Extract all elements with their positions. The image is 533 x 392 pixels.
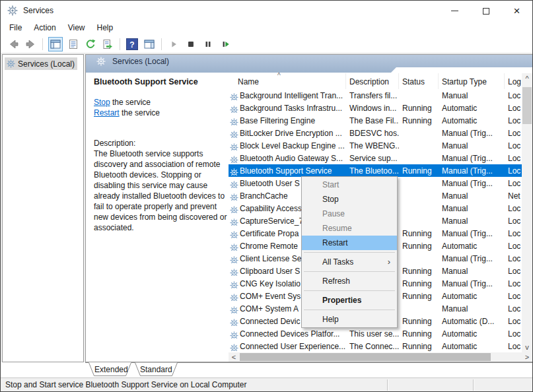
column-header-startup-type[interactable]: Startup Type xyxy=(439,73,505,89)
back-icon[interactable] xyxy=(7,38,19,50)
restart-service-link[interactable]: Restart xyxy=(94,108,120,117)
service-name: Certificate Propa xyxy=(240,229,299,238)
service-gear-icon xyxy=(230,106,238,113)
service-logon-cell: Loc xyxy=(505,329,522,339)
table-row[interactable]: Bluetooth Audio Gateway S...Service sup.… xyxy=(229,152,522,164)
tab-extended[interactable]: Extended xyxy=(94,364,128,375)
table-row[interactable]: Bluetooth Support ServiceThe Bluetoo...R… xyxy=(229,164,522,177)
menu-action[interactable]: Action xyxy=(28,21,61,35)
service-logon-cell: Loc xyxy=(505,154,522,163)
table-row[interactable]: Base Filtering EngineThe Base Fil...Runn… xyxy=(229,114,522,127)
service-startup-cell: Automatic xyxy=(439,342,505,351)
service-logon-cell: Loc xyxy=(505,254,522,263)
sort-ascending-icon: ^ xyxy=(277,72,281,79)
context-menu-item-refresh[interactable]: Refresh xyxy=(302,274,397,288)
scroll-right-icon[interactable]: > xyxy=(522,352,532,362)
context-menu-item-help[interactable]: Help xyxy=(302,312,397,327)
maximize-icon xyxy=(483,8,489,15)
service-gear-icon xyxy=(230,231,238,238)
scroll-up-icon[interactable]: ^ xyxy=(522,74,532,83)
service-logon-cell: Loc xyxy=(505,141,522,150)
show-action-pane-icon[interactable] xyxy=(143,38,155,50)
vertical-scrollbar-thumb[interactable] xyxy=(522,87,532,124)
service-name: Connected Devices Platfor... xyxy=(240,329,339,339)
show-console-tree-icon[interactable] xyxy=(48,37,63,51)
stop-service-link[interactable]: Stop xyxy=(94,98,110,107)
selected-service-title: Bluetooth Support Service xyxy=(94,77,198,86)
table-row[interactable]: Block Level Backup Engine ...The WBENG..… xyxy=(229,139,522,152)
stop-line-rest: the service xyxy=(110,98,151,107)
window-title: Services xyxy=(23,1,53,21)
service-startup-cell: Manual xyxy=(439,304,505,313)
service-startup-cell: Automatic xyxy=(439,116,505,125)
service-name: CNG Key Isolatio xyxy=(240,279,301,288)
service-action-links: Stop the service Restart the service xyxy=(94,97,160,118)
column-header-log-on-as[interactable]: Log xyxy=(505,73,522,89)
column-header-status[interactable]: Status xyxy=(399,73,439,89)
properties-icon[interactable] xyxy=(67,38,79,50)
service-logon-cell: Loc xyxy=(505,342,522,351)
description-text: The Bluetooth service supports discovery… xyxy=(94,148,231,233)
service-name: Bluetooth Audio Gateway S... xyxy=(240,154,343,163)
service-gear-icon xyxy=(230,294,238,301)
service-name: Block Level Backup Engine ... xyxy=(240,141,345,150)
service-logon-cell: Loc xyxy=(505,317,522,326)
menu-separator xyxy=(304,290,395,291)
help-icon[interactable]: ? xyxy=(126,38,138,50)
table-row[interactable]: Connected User Experience...The Connec..… xyxy=(229,340,522,352)
table-row[interactable]: Background Intelligent Tran...Transfers … xyxy=(229,89,522,102)
console-tree-panel: Services (Local) xyxy=(2,54,84,362)
service-gear-icon xyxy=(230,281,238,288)
forward-icon[interactable] xyxy=(24,38,36,50)
service-name: Capability Access xyxy=(240,204,302,213)
context-menu-item-stop[interactable]: Stop xyxy=(302,192,397,207)
service-startup-cell: Manual (Trig... xyxy=(439,279,505,288)
refresh-icon[interactable] xyxy=(85,38,96,50)
pause-service-icon[interactable] xyxy=(202,38,214,50)
service-description-cell: Service sup... xyxy=(346,154,399,163)
maximize-button[interactable] xyxy=(470,1,501,21)
service-description: Description: The Bluetooth service suppo… xyxy=(94,138,231,233)
horizontal-scrollbar[interactable]: < > xyxy=(229,352,532,362)
restart-service-icon[interactable] xyxy=(219,38,231,50)
start-service-icon[interactable] xyxy=(168,38,180,50)
services-node-icon xyxy=(7,59,15,68)
menu-file[interactable]: File xyxy=(3,21,28,35)
vertical-scrollbar[interactable]: ^ v xyxy=(522,73,532,352)
service-startup-cell: Automatic xyxy=(439,242,505,251)
stop-service-icon[interactable] xyxy=(185,38,197,50)
service-name: COM+ Event Sys xyxy=(240,292,301,301)
service-logon-cell: Loc xyxy=(505,279,522,288)
service-logon-cell: Loc xyxy=(505,91,522,100)
table-row[interactable]: Connected Devices Platfor...This user se… xyxy=(229,327,522,340)
service-startup-cell: Manual xyxy=(439,191,505,201)
table-row[interactable]: BitLocker Drive Encryption ...BDESVC hos… xyxy=(229,127,522,139)
context-menu: StartStopPauseResumeRestartAll Tasks›Ref… xyxy=(301,176,398,328)
table-row[interactable]: Background Tasks Infrastru...Windows in.… xyxy=(229,102,522,114)
tree-item-services-local[interactable]: Services (Local) xyxy=(5,57,77,70)
status-bar-divider xyxy=(473,379,474,391)
column-header-name[interactable]: Name xyxy=(229,73,346,89)
context-menu-item-properties[interactable]: Properties xyxy=(302,293,397,308)
column-header-description[interactable]: Description xyxy=(346,73,399,89)
service-status-cell: Running xyxy=(399,329,439,339)
menu-help[interactable]: Help xyxy=(91,21,120,35)
toolbar: ? xyxy=(1,35,532,53)
close-button[interactable]: × xyxy=(501,1,532,21)
horizontal-scrollbar-thumb[interactable] xyxy=(240,353,491,361)
service-logon-cell: Loc xyxy=(505,292,522,301)
scroll-left-icon[interactable]: < xyxy=(229,352,239,362)
service-status-cell: Running xyxy=(399,267,439,276)
menu-view[interactable]: View xyxy=(62,21,91,35)
context-menu-item-restart[interactable]: Restart xyxy=(302,236,397,250)
context-menu-item-all-tasks[interactable]: All Tasks› xyxy=(302,255,397,269)
tab-standard[interactable]: Standard xyxy=(140,364,172,375)
minimize-button[interactable] xyxy=(439,1,470,21)
services-banner: Services (Local) xyxy=(86,55,532,73)
export-list-icon[interactable] xyxy=(102,38,114,50)
scroll-down-icon[interactable]: v xyxy=(522,343,532,352)
service-startup-cell: Manual (Trig... xyxy=(439,166,505,176)
service-status-cell: Running xyxy=(399,242,439,251)
submenu-arrow-icon: › xyxy=(388,255,390,269)
list-header: Name Description Status Startup Type Log xyxy=(229,73,522,89)
